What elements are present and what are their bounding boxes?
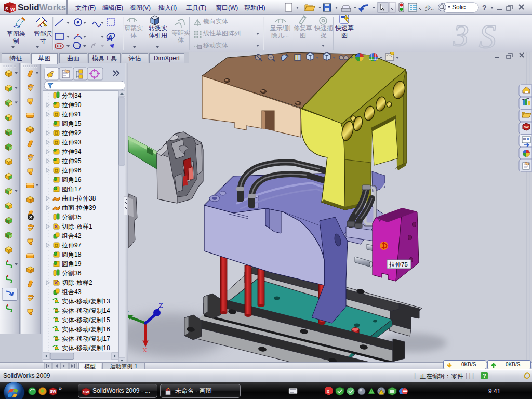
svg-text:X: X [142, 346, 148, 354]
svg-text:?: ? [482, 4, 487, 12]
svg-text:实体-移动/复制16: 实体-移动/复制16 [62, 326, 110, 333]
svg-text:实体-移动/复制17: 实体-移动/复制17 [62, 335, 110, 342]
svg-text:SW: SW [83, 390, 90, 394]
svg-text:曲面-拉伸39: 曲面-拉伸39 [62, 204, 96, 211]
svg-text:拉伸90: 拉伸90 [61, 101, 82, 109]
svg-text:组合42: 组合42 [61, 232, 82, 240]
svg-text:分割36: 分割36 [62, 270, 82, 277]
svg-text:曲面-拉伸38: 曲面-拉伸38 [62, 195, 96, 202]
svg-text:Solic: Solic [452, 4, 466, 11]
svg-text:实体-移动/复制14: 实体-移动/复制14 [62, 307, 110, 314]
svg-text:切除-放样1: 切除-放样1 [61, 223, 92, 230]
svg-text:9:41: 9:41 [488, 388, 501, 395]
svg-text:?: ? [483, 373, 486, 379]
svg-text:SW: SW [50, 390, 57, 393]
svg-text:W: W [10, 7, 15, 12]
svg-text:SW: SW [524, 126, 529, 129]
svg-text:拉伸95: 拉伸95 [61, 157, 82, 165]
svg-text:组合43: 组合43 [61, 288, 82, 296]
svg-text:分割35: 分割35 [62, 214, 82, 221]
svg-text:圆角18: 圆角18 [62, 251, 82, 258]
svg-text:З: З [453, 18, 469, 52]
svg-text:S: S [5, 6, 8, 11]
svg-text:SolidWorks: SolidWorks [18, 3, 66, 12]
svg-text:Z: Z [159, 301, 163, 309]
svg-text:圆角19: 圆角19 [62, 260, 82, 268]
svg-text:x: x [327, 389, 329, 394]
svg-text:圆角16: 圆角16 [62, 176, 82, 183]
svg-text:拉伸92: 拉伸92 [61, 129, 82, 137]
svg-text:拉伸94: 拉伸94 [61, 148, 82, 155]
svg-text:圆角17: 圆角17 [62, 185, 82, 193]
svg-text:拉伸97: 拉伸97 [61, 242, 82, 249]
svg-text:»: » [59, 385, 62, 391]
svg-text:少..: 少.. [425, 5, 434, 11]
svg-text:拉伸75: 拉伸75 [389, 261, 408, 268]
svg-text:实体-移动/复制13: 实体-移动/复制13 [62, 298, 110, 305]
svg-text:拉伸93: 拉伸93 [61, 139, 82, 146]
svg-text:拉伸96: 拉伸96 [61, 167, 82, 174]
svg-text:拉伸91: 拉伸91 [61, 111, 82, 118]
svg-text:实体-移动/复制15: 实体-移动/复制15 [62, 316, 110, 324]
svg-text:S: S [479, 17, 496, 52]
svg-text:切除-放样2: 切除-放样2 [61, 279, 92, 286]
svg-text:分割34: 分割34 [62, 92, 82, 99]
svg-text:A: A [107, 33, 113, 42]
svg-text:圆角15: 圆角15 [62, 120, 82, 127]
svg-text:实体-移动/复制18: 实体-移动/复制18 [62, 344, 110, 352]
